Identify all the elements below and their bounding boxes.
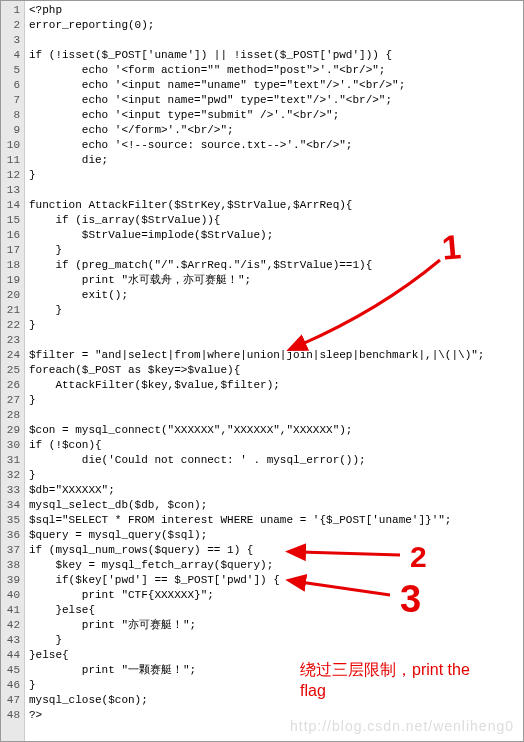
code-line: if (preg_match("/".$ArrReq."/is",$StrVal…	[29, 258, 519, 273]
line-number: 38	[3, 558, 20, 573]
line-number: 3	[3, 33, 20, 48]
line-number: 32	[3, 468, 20, 483]
code-line	[29, 408, 519, 423]
line-number: 18	[3, 258, 20, 273]
code-line: mysql_select_db($db, $con);	[29, 498, 519, 513]
code-line: $StrValue=implode($StrValue);	[29, 228, 519, 243]
code-line: echo '<!--source: source.txt-->'."<br/>"…	[29, 138, 519, 153]
code-line: $sql="SELECT * FROM interest WHERE uname…	[29, 513, 519, 528]
line-number: 1	[3, 3, 20, 18]
code-line: echo '<input name="uname" type="text"/>'…	[29, 78, 519, 93]
line-number: 46	[3, 678, 20, 693]
code-line: print "亦可赛艇！";	[29, 618, 519, 633]
line-number: 22	[3, 318, 20, 333]
code-line: function AttackFilter($StrKey,$StrValue,…	[29, 198, 519, 213]
line-number: 44	[3, 648, 20, 663]
code-line: echo '<input name="pwd" type="text"/>'."…	[29, 93, 519, 108]
watermark: http://blog.csdn.net/wenliheng0	[290, 718, 514, 734]
code-line: $con = mysql_connect("XXXXXX","XXXXXX","…	[29, 423, 519, 438]
code-line: mysql_close($con);	[29, 693, 519, 708]
line-number: 17	[3, 243, 20, 258]
line-number: 4	[3, 48, 20, 63]
code-line: print "水可载舟，亦可赛艇！";	[29, 273, 519, 288]
line-number: 26	[3, 378, 20, 393]
line-number: 11	[3, 153, 20, 168]
line-number: 29	[3, 423, 20, 438]
line-number: 13	[3, 183, 20, 198]
code-line: }	[29, 633, 519, 648]
code-line: error_reporting(0);	[29, 18, 519, 33]
code-line: $query = mysql_query($sql);	[29, 528, 519, 543]
line-number: 20	[3, 288, 20, 303]
code-editor: 1234567891011121314151617181920212223242…	[0, 0, 524, 742]
code-line: $db="XXXXXX";	[29, 483, 519, 498]
line-number: 10	[3, 138, 20, 153]
code-line: }	[29, 468, 519, 483]
line-number: 48	[3, 708, 20, 723]
line-number: 12	[3, 168, 20, 183]
line-number: 41	[3, 603, 20, 618]
line-number: 8	[3, 108, 20, 123]
code-line: }	[29, 243, 519, 258]
code-line: echo '</form>'."<br/>";	[29, 123, 519, 138]
line-number: 45	[3, 663, 20, 678]
line-number: 21	[3, 303, 20, 318]
code-line	[29, 333, 519, 348]
line-number: 35	[3, 513, 20, 528]
code-line: }	[29, 303, 519, 318]
line-number: 7	[3, 93, 20, 108]
code-line: }	[29, 678, 519, 693]
code-area[interactable]: <?phperror_reporting(0);if (!isset($_POS…	[25, 1, 523, 741]
line-number: 43	[3, 633, 20, 648]
line-number: 30	[3, 438, 20, 453]
code-line: <?php	[29, 3, 519, 18]
line-number: 24	[3, 348, 20, 363]
code-line	[29, 183, 519, 198]
code-line: if (!$con){	[29, 438, 519, 453]
code-line: die('Could not connect: ' . mysql_error(…	[29, 453, 519, 468]
line-number: 25	[3, 363, 20, 378]
code-line: print "CTF{XXXXXX}";	[29, 588, 519, 603]
line-number: 2	[3, 18, 20, 33]
code-line: if (mysql_num_rows($query) == 1) {	[29, 543, 519, 558]
line-number: 33	[3, 483, 20, 498]
line-number: 40	[3, 588, 20, 603]
code-line: }	[29, 168, 519, 183]
line-number: 5	[3, 63, 20, 78]
code-line: print "一颗赛艇！";	[29, 663, 519, 678]
code-line: echo '<form action="" method="post">'."<…	[29, 63, 519, 78]
code-line: }else{	[29, 648, 519, 663]
code-line: }	[29, 393, 519, 408]
code-line: }else{	[29, 603, 519, 618]
line-number: 36	[3, 528, 20, 543]
code-line: exit();	[29, 288, 519, 303]
line-number: 37	[3, 543, 20, 558]
code-line: if (!isset($_POST['uname']) || !isset($_…	[29, 48, 519, 63]
line-number: 15	[3, 213, 20, 228]
code-line: if($key['pwd'] == $_POST['pwd']) {	[29, 573, 519, 588]
code-line: }	[29, 318, 519, 333]
line-number: 19	[3, 273, 20, 288]
code-line: echo '<input type="submit" />'."<br/>";	[29, 108, 519, 123]
line-number: 39	[3, 573, 20, 588]
line-number: 34	[3, 498, 20, 513]
code-line: $filter = "and|select|from|where|union|j…	[29, 348, 519, 363]
code-line	[29, 33, 519, 48]
line-number: 16	[3, 228, 20, 243]
line-number: 28	[3, 408, 20, 423]
code-line: if (is_array($StrValue)){	[29, 213, 519, 228]
line-number: 31	[3, 453, 20, 468]
code-line: foreach($_POST as $key=>$value){	[29, 363, 519, 378]
line-number: 14	[3, 198, 20, 213]
line-number: 47	[3, 693, 20, 708]
line-number-gutter: 1234567891011121314151617181920212223242…	[1, 1, 25, 741]
line-number: 9	[3, 123, 20, 138]
line-number: 27	[3, 393, 20, 408]
code-line: die;	[29, 153, 519, 168]
code-line: AttackFilter($key,$value,$filter);	[29, 378, 519, 393]
code-line: $key = mysql_fetch_array($query);	[29, 558, 519, 573]
line-number: 6	[3, 78, 20, 93]
line-number: 42	[3, 618, 20, 633]
line-number: 23	[3, 333, 20, 348]
